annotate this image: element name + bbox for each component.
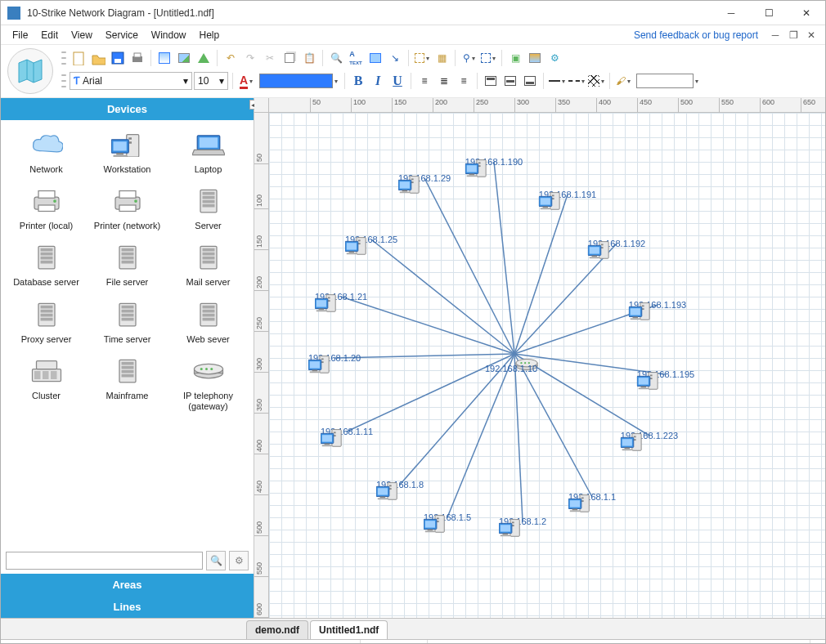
- device-item[interactable]: Mail server: [169, 241, 247, 288]
- device-item[interactable]: Web sever: [169, 298, 247, 345]
- export-image-button[interactable]: [155, 49, 173, 67]
- undo-button[interactable]: ↶: [222, 49, 240, 67]
- map-button[interactable]: [7, 48, 53, 94]
- photo-tool-button[interactable]: [526, 49, 544, 67]
- new-button[interactable]: [70, 49, 88, 67]
- link-line[interactable]: [424, 178, 514, 354]
- diagram-node[interactable]: 192.168.1.1: [568, 492, 616, 502]
- diagram-node[interactable]: 192.168.1.193: [629, 300, 686, 310]
- diagram-node[interactable]: 192.168.1.21: [315, 292, 367, 302]
- device-item[interactable]: Database server: [7, 241, 85, 288]
- line-style-button[interactable]: ▾: [568, 72, 586, 90]
- paste-button[interactable]: 📋: [300, 49, 318, 67]
- fill2-color-button[interactable]: ▾: [634, 72, 701, 90]
- hatch-button[interactable]: ▾: [587, 72, 605, 90]
- link-line[interactable]: [514, 244, 617, 354]
- valign-middle-button[interactable]: [501, 72, 519, 90]
- section-header-areas[interactable]: Areas: [1, 574, 254, 596]
- group-button[interactable]: ▾: [413, 49, 431, 67]
- shape-button[interactable]: [195, 49, 213, 67]
- link-line[interactable]: [371, 239, 514, 354]
- device-search-input[interactable]: [6, 552, 203, 570]
- link-line[interactable]: [514, 354, 523, 521]
- ungroup-button[interactable]: ▦: [433, 49, 451, 67]
- save-button[interactable]: [109, 49, 127, 67]
- device-item[interactable]: Printer (network): [88, 185, 166, 231]
- scan-button[interactable]: ⚲▾: [460, 49, 478, 67]
- device-item[interactable]: Printer (local): [7, 185, 85, 231]
- menu-service[interactable]: Service: [99, 27, 145, 43]
- copy-button[interactable]: [281, 49, 299, 67]
- link-line[interactable]: [447, 354, 514, 517]
- picture-button[interactable]: [175, 49, 193, 67]
- close-button[interactable]: ✕: [788, 1, 825, 25]
- diagram-node[interactable]: 192.168.1.190: [465, 157, 523, 167]
- device-item[interactable]: IP telephony (gateway): [169, 355, 247, 412]
- device-item[interactable]: Server: [169, 185, 247, 231]
- link-line[interactable]: [334, 354, 514, 358]
- resize-grip[interactable]: [810, 642, 825, 645]
- link-tool-button[interactable]: ↘: [386, 49, 404, 67]
- device-item[interactable]: Time server: [88, 298, 166, 345]
- font-name-combo[interactable]: Ƭ Arial ▾: [70, 72, 192, 90]
- settings-button[interactable]: ⚙: [545, 49, 563, 67]
- document-tab[interactable]: Untitled1.ndf: [310, 620, 388, 639]
- diagram-node[interactable]: 192.168.1.25: [345, 235, 397, 244]
- align-left-button[interactable]: ≡: [415, 72, 433, 90]
- fill-tool-button[interactable]: 🖌▾: [614, 72, 632, 90]
- align-right-button[interactable]: ≡: [455, 72, 473, 90]
- valign-bottom-button[interactable]: [521, 72, 539, 90]
- menu-window[interactable]: Window: [145, 27, 193, 43]
- menu-help[interactable]: Help: [193, 27, 227, 43]
- document-tab[interactable]: demo.ndf: [246, 620, 308, 639]
- device-item[interactable]: Mainframe: [88, 355, 166, 412]
- section-header-devices[interactable]: Devices: [1, 98, 254, 120]
- cut-button[interactable]: ✂: [261, 49, 279, 67]
- diagram-node[interactable]: 192.168.1.11: [321, 427, 373, 436]
- diagram-node[interactable]: 192.168.1.195: [637, 369, 694, 379]
- feedback-link[interactable]: Send feedback or bug report: [634, 29, 758, 41]
- minimize-button[interactable]: ─: [712, 1, 750, 25]
- diagram-node[interactable]: 192.168.1.5: [424, 512, 471, 522]
- layout-button[interactable]: ▾: [479, 49, 497, 67]
- valign-top-button[interactable]: [482, 72, 500, 90]
- open-button[interactable]: [89, 49, 107, 67]
- maximize-button[interactable]: ☐: [750, 1, 788, 25]
- device-item[interactable]: Laptop: [169, 128, 247, 175]
- device-item[interactable]: File server: [88, 241, 166, 288]
- mdi-close-button[interactable]: ✕: [803, 28, 819, 42]
- insert-image-button[interactable]: [366, 49, 384, 67]
- net-tool-button[interactable]: ▣: [506, 49, 524, 67]
- diagram-node[interactable]: 192.168.1.192: [588, 239, 645, 248]
- device-search-button[interactable]: 🔍: [206, 551, 226, 570]
- diagram-node[interactable]: 192.168.1.191: [539, 190, 596, 199]
- diagram-node[interactable]: 192.168.1.20: [308, 353, 361, 363]
- mdi-minimize-button[interactable]: ─: [767, 28, 783, 42]
- find-button[interactable]: 🔍: [327, 49, 345, 67]
- redo-button[interactable]: ↷: [241, 49, 259, 67]
- fill-color-button[interactable]: ▾: [257, 72, 340, 90]
- section-header-lines[interactable]: Lines: [1, 596, 254, 618]
- device-item[interactable]: Proxy server: [7, 298, 85, 345]
- mdi-restore-button[interactable]: ❐: [785, 28, 801, 42]
- line-width-button[interactable]: ▾: [548, 72, 566, 90]
- bold-button[interactable]: B: [349, 72, 367, 90]
- diagram-node[interactable]: 192.168.1.29: [398, 173, 451, 183]
- diagram-node[interactable]: 192.168.1.223: [621, 431, 678, 441]
- device-item[interactable]: Cluster: [7, 355, 85, 412]
- menu-edit[interactable]: Edit: [34, 27, 65, 43]
- diagram-node[interactable]: 192.168.1.8: [376, 480, 424, 490]
- link-line[interactable]: [341, 297, 514, 354]
- device-settings-button[interactable]: ⚙: [229, 551, 249, 570]
- text-tool-button[interactable]: ATEXT: [347, 49, 365, 67]
- link-line[interactable]: [494, 162, 514, 354]
- device-item[interactable]: Workstation: [88, 128, 166, 175]
- link-line[interactable]: [400, 354, 514, 485]
- print-button[interactable]: [128, 49, 146, 67]
- device-item[interactable]: Network: [7, 128, 85, 175]
- diagram-node[interactable]: 192.168.1.2: [499, 517, 546, 526]
- diagram-canvas[interactable]: 192.168.1.10192.168.1.190192.168.1.29192…: [269, 113, 825, 618]
- menu-view[interactable]: View: [65, 27, 99, 43]
- link-line[interactable]: [514, 354, 592, 497]
- align-center-button[interactable]: ≣: [435, 72, 453, 90]
